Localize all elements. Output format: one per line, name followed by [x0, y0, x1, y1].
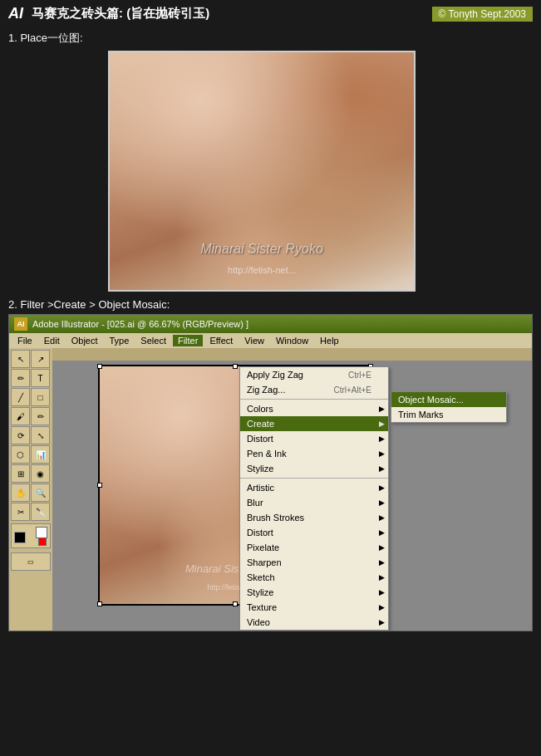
page-title: 马赛克之砖头篇: (旨在抛砖引玉): [32, 6, 209, 22]
menu-type[interactable]: Type: [105, 335, 135, 346]
stroke-color-black[interactable]: [14, 532, 26, 543]
step1-label: 1. Place一位图:: [0, 27, 541, 51]
menu-view[interactable]: View: [239, 335, 269, 346]
tool-blend[interactable]: ⬡: [11, 445, 30, 464]
menu-edit[interactable]: Edit: [39, 335, 65, 346]
tool-direct-select[interactable]: ↗: [31, 350, 50, 368]
tool-pencil[interactable]: ✏: [31, 407, 50, 425]
tool-brush[interactable]: 🖌: [11, 407, 30, 425]
tool-type[interactable]: T: [31, 369, 50, 387]
page-header: AI 马赛克之砖头篇: (旨在抛砖引玉) © Tonyth Sept.2003: [0, 0, 541, 27]
toolbar-row-3: ╱ □: [11, 388, 51, 406]
toolbar-row-4: 🖌 ✏: [11, 407, 51, 425]
ai-titlebar: AI Adobe Illustrator - [025.ai @ 66.67% …: [9, 315, 532, 333]
menu-file[interactable]: File: [12, 335, 37, 346]
menu-video[interactable]: Video ▶: [240, 615, 388, 630]
tool-zoom[interactable]: 🔍: [31, 484, 50, 502]
handle-tc[interactable]: [233, 364, 238, 369]
ai-toolbar: ↖ ↗ ✏ T ╱ □ 🖌 ✏ ⟳ ⤡ ⬡ 📊: [9, 348, 52, 631]
toolbar-row-8: ✋ 🔍: [11, 484, 51, 502]
canvas-url: http://fetish-net...: [207, 583, 263, 592]
handle-ml[interactable]: [97, 483, 102, 488]
tool-line[interactable]: ╱: [11, 388, 30, 406]
ai-app-icon: AI: [14, 317, 27, 331]
menu-object[interactable]: Object: [66, 335, 103, 346]
source-photo: Minarai Sister Ryoko http://fetish-net..…: [108, 51, 416, 292]
tool-knife[interactable]: 🔪: [31, 503, 50, 521]
tool-measure[interactable]: ⊞: [11, 464, 30, 483]
tool-scissor[interactable]: ✂: [11, 503, 30, 521]
menu-window[interactable]: Window: [271, 335, 313, 346]
mode-normal[interactable]: ▭: [11, 552, 51, 571]
tool-rect[interactable]: □: [31, 388, 50, 406]
handle-tl[interactable]: [97, 364, 102, 369]
tool-pen[interactable]: ✏: [11, 369, 30, 387]
toolbar-row-2: ✏ T: [11, 369, 51, 387]
tool-chart[interactable]: 📊: [31, 445, 50, 464]
ai-workspace: ↖ ↗ ✏ T ╱ □ 🖌 ✏ ⟳ ⤡ ⬡ 📊: [9, 348, 532, 631]
toolbar-row-6: ⬡ 📊: [11, 445, 51, 464]
tool-scale[interactable]: ⤡: [31, 426, 50, 444]
tool-select[interactable]: ↖: [11, 350, 30, 368]
toolbar-row-5: ⟳ ⤡: [11, 426, 51, 444]
toolbar-row-9: ✂ 🔪: [11, 503, 51, 521]
ai-canvas: Minarai Sister Ryoko http://fetish-net..…: [98, 365, 372, 606]
app-label: AI: [8, 5, 23, 22]
indicator-red: [38, 538, 47, 546]
handle-bl[interactable]: [97, 601, 102, 606]
ai-canvas-area: Minarai Sister Ryoko http://fetish-net..…: [52, 348, 532, 631]
source-photo-container: Minarai Sister Ryoko http://fetish-net..…: [108, 51, 416, 292]
handle-bc[interactable]: [233, 601, 238, 606]
submenu-object-mosaic[interactable]: Object Mosaic...: [391, 392, 506, 407]
horizontal-ruler: [52, 348, 532, 361]
submenu-trim-marks[interactable]: Trim Marks: [391, 407, 506, 422]
canvas-watermark: Minarai Sister Ryoko: [185, 562, 285, 575]
handle-tr[interactable]: [368, 364, 373, 369]
fill-color-white[interactable]: [36, 527, 47, 538]
toolbar-row-1: ↖ ↗: [11, 350, 51, 368]
photo-url: http://fetish-net...: [228, 265, 296, 275]
menu-effect[interactable]: Effect: [204, 335, 238, 346]
ai-window: AI Adobe Illustrator - [025.ai @ 66.67% …: [8, 314, 533, 631]
tool-eyedrop[interactable]: ◉: [31, 464, 50, 483]
copyright-badge: © Tonyth Sept.2003: [432, 7, 533, 22]
ai-menubar: File Edit Object Type Select Filter Effe…: [9, 333, 532, 348]
menu-help[interactable]: Help: [315, 335, 344, 346]
tool-hand[interactable]: ✋: [11, 484, 30, 502]
handle-br[interactable]: [368, 601, 373, 606]
canvas-image: Minarai Sister Ryoko http://fetish-net..…: [100, 366, 371, 604]
create-submenu[interactable]: Object Mosaic... Trim Marks: [391, 391, 507, 423]
toolbar-color-box[interactable]: [11, 523, 51, 548]
ai-titlebar-text: Adobe Illustrator - [025.ai @ 66.67% (RG…: [32, 319, 248, 329]
tool-rotate[interactable]: ⟳: [11, 426, 30, 444]
menu-select[interactable]: Select: [135, 335, 171, 346]
toolbar-row-7: ⊞ ◉: [11, 464, 51, 483]
photo-watermark: Minarai Sister Ryoko: [200, 242, 323, 257]
step2-label: 2. Filter >Create > Object Mosaic:: [0, 292, 541, 314]
toolbar-row-bottom: ▭: [11, 552, 51, 571]
menu-filter[interactable]: Filter: [173, 335, 203, 346]
handle-mr[interactable]: [368, 483, 373, 488]
